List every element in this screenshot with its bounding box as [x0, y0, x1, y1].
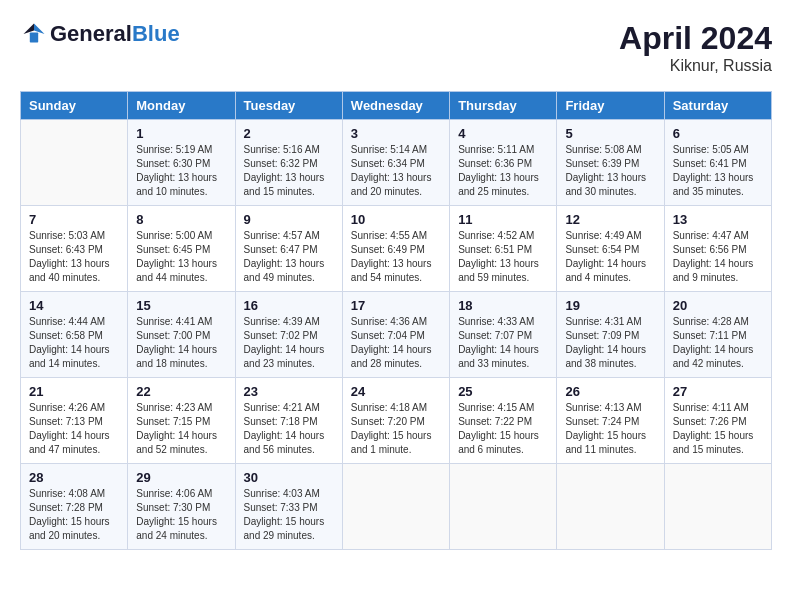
day-info: Sunrise: 4:57 AMSunset: 6:47 PMDaylight:… [244, 229, 334, 285]
day-info: Sunrise: 4:55 AMSunset: 6:49 PMDaylight:… [351, 229, 441, 285]
weekday-header-row: SundayMondayTuesdayWednesdayThursdayFrid… [21, 92, 772, 120]
day-number: 12 [565, 212, 655, 227]
day-info: Sunrise: 4:28 AMSunset: 7:11 PMDaylight:… [673, 315, 763, 371]
day-number: 11 [458, 212, 548, 227]
title-block: April 2024 Kiknur, Russia [619, 20, 772, 75]
day-number: 29 [136, 470, 226, 485]
day-info: Sunrise: 4:31 AMSunset: 7:09 PMDaylight:… [565, 315, 655, 371]
calendar-cell: 21Sunrise: 4:26 AMSunset: 7:13 PMDayligh… [21, 378, 128, 464]
day-number: 26 [565, 384, 655, 399]
calendar-cell: 19Sunrise: 4:31 AMSunset: 7:09 PMDayligh… [557, 292, 664, 378]
calendar-cell: 1Sunrise: 5:19 AMSunset: 6:30 PMDaylight… [128, 120, 235, 206]
day-info: Sunrise: 4:08 AMSunset: 7:28 PMDaylight:… [29, 487, 119, 543]
day-number: 2 [244, 126, 334, 141]
day-info: Sunrise: 4:44 AMSunset: 6:58 PMDaylight:… [29, 315, 119, 371]
weekday-header-saturday: Saturday [664, 92, 771, 120]
day-info: Sunrise: 4:03 AMSunset: 7:33 PMDaylight:… [244, 487, 334, 543]
day-info: Sunrise: 4:52 AMSunset: 6:51 PMDaylight:… [458, 229, 548, 285]
calendar-cell: 17Sunrise: 4:36 AMSunset: 7:04 PMDayligh… [342, 292, 449, 378]
day-number: 3 [351, 126, 441, 141]
day-number: 9 [244, 212, 334, 227]
week-row-1: 1Sunrise: 5:19 AMSunset: 6:30 PMDaylight… [21, 120, 772, 206]
day-info: Sunrise: 4:26 AMSunset: 7:13 PMDaylight:… [29, 401, 119, 457]
calendar-cell: 25Sunrise: 4:15 AMSunset: 7:22 PMDayligh… [450, 378, 557, 464]
calendar-cell: 16Sunrise: 4:39 AMSunset: 7:02 PMDayligh… [235, 292, 342, 378]
day-number: 24 [351, 384, 441, 399]
weekday-header-thursday: Thursday [450, 92, 557, 120]
day-number: 18 [458, 298, 548, 313]
calendar-cell [664, 464, 771, 550]
day-number: 19 [565, 298, 655, 313]
logo-text: GeneralBlue [50, 21, 180, 47]
calendar-cell: 11Sunrise: 4:52 AMSunset: 6:51 PMDayligh… [450, 206, 557, 292]
day-number: 27 [673, 384, 763, 399]
calendar-cell: 20Sunrise: 4:28 AMSunset: 7:11 PMDayligh… [664, 292, 771, 378]
calendar-cell: 29Sunrise: 4:06 AMSunset: 7:30 PMDayligh… [128, 464, 235, 550]
calendar-cell: 15Sunrise: 4:41 AMSunset: 7:00 PMDayligh… [128, 292, 235, 378]
day-number: 1 [136, 126, 226, 141]
calendar-cell: 13Sunrise: 4:47 AMSunset: 6:56 PMDayligh… [664, 206, 771, 292]
calendar-cell [21, 120, 128, 206]
calendar-cell: 26Sunrise: 4:13 AMSunset: 7:24 PMDayligh… [557, 378, 664, 464]
day-number: 16 [244, 298, 334, 313]
weekday-header-monday: Monday [128, 92, 235, 120]
day-info: Sunrise: 4:13 AMSunset: 7:24 PMDaylight:… [565, 401, 655, 457]
day-number: 8 [136, 212, 226, 227]
day-number: 4 [458, 126, 548, 141]
calendar-cell [557, 464, 664, 550]
day-number: 20 [673, 298, 763, 313]
day-number: 25 [458, 384, 548, 399]
day-info: Sunrise: 4:11 AMSunset: 7:26 PMDaylight:… [673, 401, 763, 457]
calendar-cell [342, 464, 449, 550]
week-row-2: 7Sunrise: 5:03 AMSunset: 6:43 PMDaylight… [21, 206, 772, 292]
calendar-cell: 22Sunrise: 4:23 AMSunset: 7:15 PMDayligh… [128, 378, 235, 464]
calendar-cell: 12Sunrise: 4:49 AMSunset: 6:54 PMDayligh… [557, 206, 664, 292]
day-info: Sunrise: 5:05 AMSunset: 6:41 PMDaylight:… [673, 143, 763, 199]
calendar-cell: 18Sunrise: 4:33 AMSunset: 7:07 PMDayligh… [450, 292, 557, 378]
day-info: Sunrise: 4:39 AMSunset: 7:02 PMDaylight:… [244, 315, 334, 371]
day-number: 10 [351, 212, 441, 227]
day-info: Sunrise: 4:33 AMSunset: 7:07 PMDaylight:… [458, 315, 548, 371]
day-info: Sunrise: 4:49 AMSunset: 6:54 PMDaylight:… [565, 229, 655, 285]
svg-marker-0 [34, 24, 45, 35]
calendar-cell [450, 464, 557, 550]
calendar-table: SundayMondayTuesdayWednesdayThursdayFrid… [20, 91, 772, 550]
calendar-cell: 5Sunrise: 5:08 AMSunset: 6:39 PMDaylight… [557, 120, 664, 206]
day-info: Sunrise: 4:15 AMSunset: 7:22 PMDaylight:… [458, 401, 548, 457]
calendar-cell: 24Sunrise: 4:18 AMSunset: 7:20 PMDayligh… [342, 378, 449, 464]
day-number: 14 [29, 298, 119, 313]
location-subtitle: Kiknur, Russia [619, 57, 772, 75]
day-number: 21 [29, 384, 119, 399]
day-info: Sunrise: 5:11 AMSunset: 6:36 PMDaylight:… [458, 143, 548, 199]
day-number: 13 [673, 212, 763, 227]
day-number: 17 [351, 298, 441, 313]
calendar-cell: 2Sunrise: 5:16 AMSunset: 6:32 PMDaylight… [235, 120, 342, 206]
day-number: 7 [29, 212, 119, 227]
calendar-cell: 4Sunrise: 5:11 AMSunset: 6:36 PMDaylight… [450, 120, 557, 206]
page-header: GeneralBlue April 2024 Kiknur, Russia [20, 20, 772, 75]
day-info: Sunrise: 4:21 AMSunset: 7:18 PMDaylight:… [244, 401, 334, 457]
week-row-3: 14Sunrise: 4:44 AMSunset: 6:58 PMDayligh… [21, 292, 772, 378]
calendar-cell: 6Sunrise: 5:05 AMSunset: 6:41 PMDaylight… [664, 120, 771, 206]
day-number: 22 [136, 384, 226, 399]
weekday-header-tuesday: Tuesday [235, 92, 342, 120]
week-row-5: 28Sunrise: 4:08 AMSunset: 7:28 PMDayligh… [21, 464, 772, 550]
day-number: 15 [136, 298, 226, 313]
calendar-cell: 9Sunrise: 4:57 AMSunset: 6:47 PMDaylight… [235, 206, 342, 292]
calendar-cell: 27Sunrise: 4:11 AMSunset: 7:26 PMDayligh… [664, 378, 771, 464]
weekday-header-wednesday: Wednesday [342, 92, 449, 120]
day-number: 5 [565, 126, 655, 141]
day-number: 30 [244, 470, 334, 485]
calendar-cell: 23Sunrise: 4:21 AMSunset: 7:18 PMDayligh… [235, 378, 342, 464]
week-row-4: 21Sunrise: 4:26 AMSunset: 7:13 PMDayligh… [21, 378, 772, 464]
weekday-header-sunday: Sunday [21, 92, 128, 120]
day-info: Sunrise: 5:14 AMSunset: 6:34 PMDaylight:… [351, 143, 441, 199]
logo: GeneralBlue [20, 20, 180, 48]
calendar-cell: 8Sunrise: 5:00 AMSunset: 6:45 PMDaylight… [128, 206, 235, 292]
day-info: Sunrise: 5:03 AMSunset: 6:43 PMDaylight:… [29, 229, 119, 285]
logo-icon [20, 20, 48, 48]
day-info: Sunrise: 5:00 AMSunset: 6:45 PMDaylight:… [136, 229, 226, 285]
calendar-cell: 28Sunrise: 4:08 AMSunset: 7:28 PMDayligh… [21, 464, 128, 550]
calendar-cell: 7Sunrise: 5:03 AMSunset: 6:43 PMDaylight… [21, 206, 128, 292]
calendar-cell: 3Sunrise: 5:14 AMSunset: 6:34 PMDaylight… [342, 120, 449, 206]
